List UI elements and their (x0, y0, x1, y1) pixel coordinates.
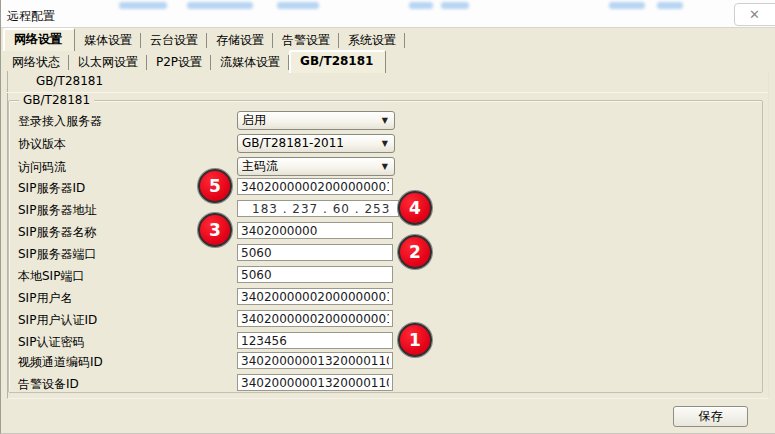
background-artifact (409, 2, 433, 9)
form-row: 本地SIP端口 (9, 266, 762, 284)
tab-media-settings[interactable]: 媒体设置 (75, 30, 141, 51)
dropdown-value: GB/T28181-2011 (242, 135, 382, 152)
field-label: 访问码流 (18, 159, 66, 176)
tab-gbt28181[interactable]: GB/T28181 (289, 50, 386, 73)
tab-system-settings[interactable]: 系统设置 (339, 30, 405, 51)
title-bar: 远程配置 ✕ (1, 0, 775, 28)
annotation-badge-4: 4 (398, 191, 432, 225)
sip-server-address-input[interactable] (237, 200, 399, 217)
field-label: SIP服务器ID (18, 180, 85, 197)
page-subtitle: GB/T28181 (36, 74, 103, 88)
form-row: 协议版本 GB/T28181-2011 ▼ (9, 134, 762, 152)
form-row: SIP服务器端口 2 (9, 244, 762, 262)
annotation-badge-5: 5 (198, 169, 232, 203)
dropdown-value: 主码流 (242, 158, 382, 175)
tab-ptz-settings[interactable]: 云台设置 (141, 30, 207, 51)
background-artifact (187, 2, 253, 9)
field-label: SIP服务器地址 (18, 202, 96, 219)
save-button[interactable]: 保存 (673, 406, 748, 427)
field-label: SIP用户认证ID (18, 312, 97, 329)
close-icon: ✕ (749, 7, 760, 22)
field-label: SIP用户名 (18, 290, 72, 307)
local-sip-port-input[interactable] (237, 266, 393, 283)
tab-alarm-settings[interactable]: 告警设置 (273, 30, 339, 51)
field-label: 协议版本 (18, 136, 66, 153)
annotation-badge-1: 1 (398, 323, 432, 357)
field-label: SIP服务器名称 (18, 224, 96, 241)
field-label: 告警设备ID (18, 376, 79, 393)
form-row: SIP认证密码 1 (9, 332, 762, 350)
chevron-down-icon: ▼ (382, 116, 388, 125)
field-label: 登录接入服务器 (18, 113, 102, 130)
dropdown-value: 启用 (242, 112, 382, 129)
sip-server-port-input[interactable] (237, 244, 393, 261)
tab-stream-media-settings[interactable]: 流媒体设置 (211, 52, 289, 73)
form-row: 访问码流 主码流 ▼ (9, 157, 762, 175)
secondary-tab-strip: 网络状态 以太网设置 P2P设置 流媒体设置 GB/T28181 (3, 51, 386, 73)
video-channel-encode-id-input[interactable] (237, 352, 393, 369)
alarm-device-id-input[interactable] (237, 374, 393, 391)
background-artifact (277, 2, 319, 9)
chevron-down-icon: ▼ (382, 162, 388, 171)
form-row: 告警设备ID (9, 374, 762, 392)
tab-network-status[interactable]: 网络状态 (3, 52, 69, 73)
sip-auth-password-input[interactable] (237, 332, 393, 349)
chevron-down-icon: ▼ (382, 139, 388, 148)
background-artifact (609, 2, 645, 9)
tab-storage-settings[interactable]: 存储设置 (207, 30, 273, 51)
form-row: SIP用户认证ID (9, 310, 762, 328)
dialog-title: 远程配置 (7, 8, 55, 25)
form-row: 视频通道编码ID (9, 352, 762, 370)
form-row: SIP服务器地址 4 (9, 200, 762, 218)
field-label: 视频通道编码ID (18, 354, 103, 371)
tab-p2p-settings[interactable]: P2P设置 (147, 52, 211, 73)
field-label: 本地SIP端口 (18, 268, 84, 285)
remote-config-dialog: 远程配置 ✕ 网络设置 媒体设置 云台设置 存储设置 告警设置 系统设置 网络状… (0, 0, 775, 434)
subtitle-divider (7, 92, 768, 93)
background-artifact (119, 2, 167, 9)
sip-user-auth-id-input[interactable] (237, 310, 393, 327)
form-row: SIP服务器ID 5 (9, 178, 762, 196)
form-row: 登录接入服务器 启用 ▼ (9, 111, 762, 129)
annotation-badge-3: 3 (198, 213, 232, 247)
sip-server-id-input[interactable] (237, 178, 393, 195)
protocol-version-dropdown[interactable]: GB/T28181-2011 ▼ (237, 134, 395, 153)
close-button[interactable]: ✕ (734, 3, 775, 26)
background-artifact (441, 2, 469, 9)
access-stream-dropdown[interactable]: 主码流 ▼ (237, 157, 395, 176)
gbt28181-groupbox: GB/T28181 登录接入服务器 启用 ▼ 协议版本 GB/T28181-20… (8, 100, 763, 393)
form-row: SIP用户名 (9, 288, 762, 306)
sip-server-name-input[interactable] (237, 222, 393, 239)
form-row: SIP服务器名称 3 (9, 222, 762, 240)
annotation-badge-2: 2 (398, 235, 432, 269)
field-label: SIP认证密码 (18, 334, 84, 351)
login-access-server-dropdown[interactable]: 启用 ▼ (237, 111, 395, 130)
tab-network-settings[interactable]: 网络设置 (3, 28, 75, 51)
sip-username-input[interactable] (237, 288, 393, 305)
groupbox-legend: GB/T28181 (19, 93, 94, 107)
background-artifact (657, 2, 683, 9)
field-label: SIP服务器端口 (18, 246, 96, 263)
primary-tab-strip: 网络设置 媒体设置 云台设置 存储设置 告警设置 系统设置 (3, 29, 405, 51)
tab-ethernet-settings[interactable]: 以太网设置 (69, 52, 147, 73)
